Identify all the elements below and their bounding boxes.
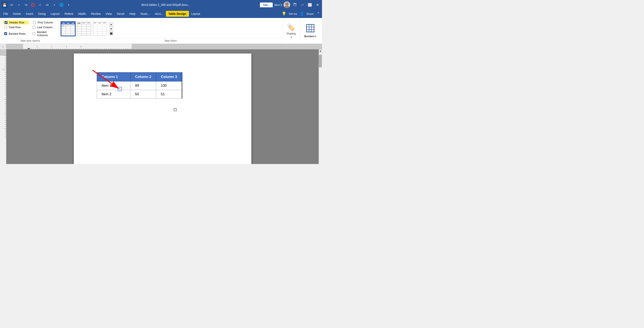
first-column-checkbox[interactable]	[33, 21, 36, 24]
style-expand[interactable]: ⬛	[109, 31, 113, 36]
menu-layout[interactable]: Layout	[48, 11, 62, 17]
table-header-col2: Column 2	[130, 72, 156, 81]
menu-mailings[interactable]: Mailin	[76, 11, 88, 17]
total-row-checkbox-item[interactable]: Total Row	[3, 25, 28, 29]
maximize-button[interactable]: ⬜	[307, 2, 313, 8]
table-cell-r2c2: 50	[130, 90, 156, 98]
svg-text:1: 1	[36, 46, 38, 48]
svg-rect-44	[306, 24, 314, 32]
table-cell-r1c2: 99	[130, 81, 156, 90]
borders-dropdown-icon[interactable]: ▾	[315, 35, 316, 38]
checkboxes-container: Header Row First Column Total Row Last C…	[3, 20, 57, 38]
shading-controls: 🏷️ Shading ▾	[286, 20, 296, 41]
menu-help[interactable]: Help	[127, 11, 138, 17]
table-resize-handle[interactable]	[174, 108, 176, 111]
shading-group: 🏷️ Shading ▾	[282, 19, 300, 43]
header-row-checkbox-item[interactable]: Header Row	[3, 20, 29, 24]
undo-button[interactable]: ↩	[9, 2, 15, 8]
menu-view[interactable]: View	[103, 11, 114, 17]
borders-label: Borders	[304, 35, 315, 38]
menu-bar: File Home Insert Desig Layout Refere Mai…	[0, 10, 322, 18]
vertical-scrollbar[interactable]: ▲ ▼	[319, 49, 322, 164]
tell-me-label: Tell me	[288, 12, 297, 16]
table-cell-r1c3: 100	[156, 81, 182, 90]
menu-table-design[interactable]: Table Design	[166, 11, 189, 17]
table-style-1[interactable]	[60, 21, 76, 36]
total-row-label: Total Row	[9, 26, 21, 29]
menu-file[interactable]: File	[1, 11, 11, 17]
circle-icon[interactable]: ⭕	[30, 2, 36, 8]
table-style-2[interactable]	[76, 21, 92, 36]
table-style-3[interactable]	[92, 21, 108, 36]
svg-rect-33	[93, 22, 107, 36]
horizontal-ruler: 1 2 3 4	[6, 44, 322, 49]
save-icon[interactable]: 💾	[2, 2, 8, 8]
move-handle[interactable]: ✛	[118, 87, 122, 91]
close-button[interactable]: ✕	[314, 2, 320, 8]
header-row-checkbox[interactable]	[4, 21, 8, 24]
banded-columns-checkbox[interactable]	[32, 32, 35, 35]
redo-button[interactable]: ↪	[23, 2, 29, 8]
menu-insert[interactable]: Insert	[24, 11, 36, 17]
overflow-icon[interactable]: ▾	[66, 2, 72, 8]
share-icon[interactable]: 👤	[299, 11, 305, 17]
svg-rect-111	[0, 49, 6, 56]
globe-icon[interactable]: 🌐	[58, 2, 64, 8]
borders-group: Borders ▾	[300, 19, 320, 43]
title-bar-controls: 💾 ↩ ▾ ↪ ⭕ ○ aA ▾ 🌐 ▾	[2, 2, 72, 8]
borders-icon	[306, 24, 314, 34]
document-scroll-area[interactable]: ✛ Column 1 Column 2 Column 3	[6, 49, 319, 164]
menu-design[interactable]: Desig	[36, 11, 48, 17]
scroll-up-button[interactable]: ▲	[319, 49, 322, 53]
text-icon[interactable]: aA	[44, 2, 50, 8]
circle2-icon[interactable]: ○	[37, 2, 43, 8]
banded-rows-checkbox-item[interactable]: Banded Rows	[3, 30, 28, 37]
table-header-col1: Column 1	[97, 72, 130, 81]
ruler-corner: ↔	[0, 44, 6, 49]
vertical-ruler: 4	[0, 49, 6, 164]
table-row-1: Item 1 99 100	[97, 81, 182, 90]
annotation-arrow	[74, 54, 251, 164]
user-name: Bevi X	[274, 3, 282, 6]
dropdown-icon[interactable]: ▾	[52, 2, 57, 8]
active-tab-label: Tab...	[260, 2, 273, 7]
style-scroll-up[interactable]: ▲	[109, 22, 113, 26]
borders-button[interactable]: Borders ▾	[304, 35, 316, 38]
menu-developer[interactable]: Devel	[114, 11, 127, 17]
banded-rows-checkbox[interactable]	[4, 32, 7, 35]
menu-review[interactable]: Review	[88, 11, 103, 17]
table-cell-r2c3: 51	[156, 90, 182, 98]
document-page: ✛ Column 1 Column 2 Column 3	[74, 54, 251, 164]
user-info: Bevi X	[274, 2, 290, 8]
svg-point-0	[285, 2, 288, 6]
lightbulb-icon[interactable]: 💡	[281, 11, 287, 17]
title-right: Tab... Bevi X 🗖 — ⬜ ✕	[260, 2, 320, 8]
menu-acrobat[interactable]: Acro...	[152, 11, 166, 17]
header-row-label: Header Row	[9, 21, 24, 24]
shading-label: Shading	[286, 32, 296, 35]
table-style-options-label: Table Style Options	[3, 38, 57, 42]
first-column-checkbox-item[interactable]: First Column	[32, 20, 57, 24]
banded-columns-checkbox-item[interactable]: Banded Columns	[32, 30, 57, 37]
last-column-checkbox[interactable]	[32, 26, 36, 29]
table-styles-group: ▲ ▼ ⬛ Table Styles	[59, 19, 282, 43]
svg-text:2: 2	[51, 46, 52, 48]
svg-rect-49	[6, 44, 23, 49]
style-scroll-down[interactable]: ▼	[109, 27, 113, 31]
total-row-checkbox[interactable]	[4, 26, 7, 29]
ruler-area: ↔	[0, 44, 322, 49]
collapse-ribbon-button[interactable]: ⌃	[315, 11, 321, 17]
shading-dropdown[interactable]: ▾	[291, 36, 292, 38]
menu-nuance[interactable]: Nuan...	[138, 11, 152, 17]
table-header-row: Column 1 Column 2 Column 3	[97, 72, 182, 81]
restore-button[interactable]: 🗖	[292, 2, 298, 8]
scroll-thumb[interactable]	[319, 55, 322, 67]
undo-dropdown[interactable]: ▾	[16, 2, 22, 8]
last-column-checkbox-item[interactable]: Last Column	[32, 25, 57, 29]
title-bar: 💾 ↩ ▾ ↪ ⭕ ○ aA ▾ 🌐 ▾ Word tables 2_365 a…	[0, 0, 322, 10]
menu-references[interactable]: Refere	[62, 11, 76, 17]
menu-home[interactable]: Home	[11, 11, 24, 17]
document-title: Word tables 2_365 and MSpdf.docx...	[73, 3, 258, 6]
menu-layout2[interactable]: Layout	[189, 11, 203, 17]
minimize-button[interactable]: —	[300, 2, 305, 8]
